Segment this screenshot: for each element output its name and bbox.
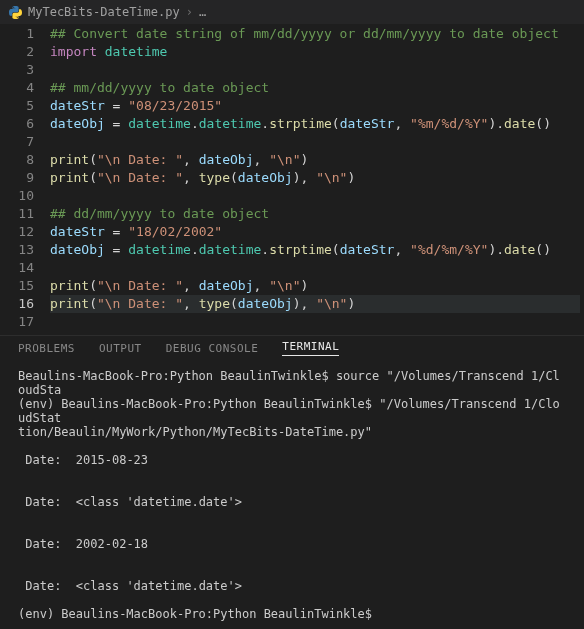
- chevron-right-icon: ›: [186, 5, 193, 19]
- line-number: 12: [0, 223, 34, 241]
- code-line[interactable]: dateObj = datetime.datetime.strptime(dat…: [50, 241, 580, 259]
- line-number: 4: [0, 79, 34, 97]
- code-line[interactable]: dateStr = "08/23/2015": [50, 97, 580, 115]
- line-gutter: 1234567891011121314151617: [0, 25, 50, 335]
- line-number: 8: [0, 151, 34, 169]
- panel-tabs: PROBLEMS OUTPUT DEBUG CONSOLE TERMINAL: [0, 335, 584, 361]
- code-line[interactable]: print("\n Date: ", dateObj, "\n"): [50, 277, 580, 295]
- code-editor[interactable]: 1234567891011121314151617 ## Convert dat…: [0, 25, 584, 335]
- tab-terminal[interactable]: TERMINAL: [282, 340, 339, 356]
- code-line[interactable]: [50, 187, 580, 205]
- code-line[interactable]: print("\n Date: ", type(dateObj), "\n"): [50, 169, 580, 187]
- code-line[interactable]: print("\n Date: ", type(dateObj), "\n"): [50, 295, 580, 313]
- line-number: 5: [0, 97, 34, 115]
- line-number: 16: [0, 295, 34, 313]
- line-number: 13: [0, 241, 34, 259]
- code-line[interactable]: ## dd/mm/yyyy to date object: [50, 205, 580, 223]
- breadcrumb-more[interactable]: …: [199, 5, 206, 19]
- tab-problems[interactable]: PROBLEMS: [18, 342, 75, 355]
- code-line[interactable]: ## Convert date string of mm/dd/yyyy or …: [50, 25, 580, 43]
- line-number: 14: [0, 259, 34, 277]
- code-lines[interactable]: ## Convert date string of mm/dd/yyyy or …: [50, 25, 584, 335]
- terminal-output[interactable]: Beaulins-MacBook-Pro:Python BeaulinTwink…: [0, 361, 584, 629]
- python-icon: [8, 5, 22, 19]
- breadcrumb[interactable]: MyTecBits-DateTime.py › …: [0, 5, 214, 19]
- code-line[interactable]: [50, 61, 580, 79]
- line-number: 7: [0, 133, 34, 151]
- line-number: 2: [0, 43, 34, 61]
- breadcrumb-file[interactable]: MyTecBits-DateTime.py: [28, 5, 180, 19]
- code-line[interactable]: import datetime: [50, 43, 580, 61]
- code-line[interactable]: dateObj = datetime.datetime.strptime(dat…: [50, 115, 580, 133]
- code-line[interactable]: print("\n Date: ", dateObj, "\n"): [50, 151, 580, 169]
- line-number: 1: [0, 25, 34, 43]
- code-line[interactable]: [50, 259, 580, 277]
- line-number: 11: [0, 205, 34, 223]
- code-line[interactable]: [50, 133, 580, 151]
- line-number: 6: [0, 115, 34, 133]
- code-line[interactable]: ## mm/dd/yyyy to date object: [50, 79, 580, 97]
- code-line[interactable]: dateStr = "18/02/2002": [50, 223, 580, 241]
- tab-debug-console[interactable]: DEBUG CONSOLE: [166, 342, 259, 355]
- line-number: 17: [0, 313, 34, 331]
- breadcrumb-bar: MyTecBits-DateTime.py › …: [0, 0, 584, 25]
- tab-output[interactable]: OUTPUT: [99, 342, 142, 355]
- line-number: 9: [0, 169, 34, 187]
- line-number: 15: [0, 277, 34, 295]
- code-line[interactable]: [50, 313, 580, 331]
- line-number: 3: [0, 61, 34, 79]
- line-number: 10: [0, 187, 34, 205]
